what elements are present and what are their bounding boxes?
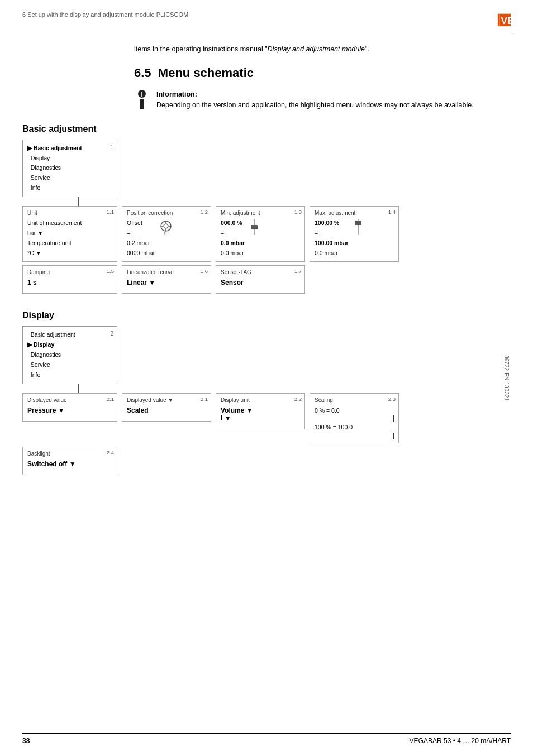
section-title: 6.5 Menu schematic [134,66,511,80]
dmenu-item-service: Service [27,360,112,370]
displayed-value-val: Pressure ▼ [27,406,112,414]
displayed-value-scaled-box: 2.1 Displayed value ▼ Scaled [122,393,211,422]
section-heading: 6.5 Menu schematic [134,66,511,80]
unit-box: 1.1 Unit Unit of measurement bar ▼ Tempe… [22,206,117,262]
max-adj-eq: = [315,228,349,238]
svg-text:i: i [141,92,143,98]
footer-product: VEGABAR 53 • 4 … 20 mA/HART [410,737,511,745]
max-slider-icon [353,219,363,235]
unit-temp-label: Temperature unit [27,238,112,248]
scaling-box: 2.3 Scaling 0 % = 0.0 100 % = 100.0 [310,393,399,444]
menu-item-basic: ▶ Basic adjustment [27,143,112,154]
dmenu-item-info: Info [27,370,112,380]
scaling-bar2 [342,433,394,439]
side-label: 36722-EN-130321 [504,355,510,401]
displayed-value-scaled: Scaled [127,406,206,414]
max-adj-sub: 0.0 mbar [315,248,349,259]
header: 6 Set up with the display and adjustment… [22,11,511,35]
display-unit-volume: Volume ▼ [221,406,300,414]
vega-logo: VEGA [466,11,511,31]
offset-eq: = [127,228,155,238]
footer-page: 38 [22,737,30,745]
intro-text-italic: Display and adjustment module [268,45,365,53]
dmenu-item-basic: Basic adjustment [27,330,112,340]
info-icon: i [134,89,150,111]
min-adj-pct: 000.0 % [221,218,245,228]
dmenu-item-diagnostics: Diagnostics [27,350,112,360]
intro-text-after: ". [365,45,369,53]
basic-adjustment-section: Basic adjustment 1 ▶ Basic adjustment Di… [22,124,511,294]
svg-marker-2 [498,14,500,26]
connector-v2 [78,384,79,393]
max-adj-mbar: 100.00 mbar [315,238,349,248]
damping-value: 1 s [27,279,112,286]
basic-menu-box: 1 ▶ Basic adjustment Display Diagnostics… [22,140,117,197]
offset-val: 0.2 mbar [127,238,155,248]
offset-mbar: 0000 mbar [127,248,155,259]
max-adj-pct: 100.00 % [315,218,349,228]
dmenu-item-display: ▶ Display [27,340,112,350]
intro-text-before: items in the operating instructions manu… [134,45,268,53]
svg-rect-14 [251,225,258,229]
svg-rect-16 [355,221,361,225]
min-adj-sub: 0.0 mbar [221,248,245,259]
menu-item-diagnostics: Diagnostics [27,163,112,173]
backlight-value: Switched off ▼ [27,460,112,468]
scaling-min: 0 % = 0.0 [315,405,394,416]
display-label: Display [22,310,511,320]
damping-box: 1.5 Damping 1 s [22,265,117,294]
backlight-box: 2.4 Backlight Switched off ▼ [22,447,117,475]
calibration-icon: ↑P [159,219,173,235]
unit-measurement-label: Unit of measurement [27,218,112,228]
offset-label: Offset [127,218,155,228]
position-correction-box: 1.2 Position correction Offset = 0.2 mba… [122,206,211,262]
scaling-bar1 [342,415,394,422]
page-container: 6 Set up with the display and adjustment… [0,0,533,756]
svg-text:↑P: ↑P [164,231,169,235]
display-section: Display 2 Basic adjustment ▶ Display Dia… [22,310,511,475]
header-text: 6 Set up with the display and adjustment… [22,11,188,18]
linearization-value: Linear ▼ [127,279,206,286]
display-unit-i: I ▼ [221,414,300,422]
intro-text: items in the operating instructions manu… [134,44,447,55]
menu-item-info: Info [27,183,112,193]
sensor-tag-value: Sensor [221,279,300,286]
svg-point-7 [164,224,168,228]
scaling-max: 100 % = 100.0 [315,422,394,433]
linearization-box: 1.6 Linearization curve Linear ▼ [122,265,211,294]
menu-item-display: Display [27,154,112,164]
display-menu-box: 2 Basic adjustment ▶ Display Diagnostics… [22,326,117,384]
info-text: Depending on the version and application… [156,101,474,109]
min-adjustment-box: 1.3 Min. adjustment 000.0 % = 0.0 mbar 0… [216,206,305,262]
min-adj-eq: = [221,228,245,238]
connector-v1 [78,197,79,206]
menu-item-service: Service [27,173,112,183]
max-adjustment-box: 1.4 Max. adjustment 100.00 % = 100.00 mb… [310,206,399,262]
svg-rect-5 [140,99,144,109]
basic-adjustment-label: Basic adjustment [22,124,511,134]
footer: 38 VEGABAR 53 • 4 … 20 mA/HART [22,733,511,745]
unit-bar: bar ▼ [27,228,112,238]
info-box: i Information: Depending on the version … [134,89,511,111]
sensor-tag-box: 1.7 Sensor-TAG Sensor [216,265,305,294]
info-label: Information: [156,90,197,98]
svg-text:VEGA: VEGA [501,15,511,26]
min-adj-mbar: 0.0 mbar [221,238,245,248]
displayed-value-box: 2.1 Displayed value Pressure ▼ [22,393,117,422]
display-unit-box: 2.2 Display unit Volume ▼ I ▼ [216,393,305,429]
unit-celsius: °C ▼ [27,248,112,259]
min-slider-icon [249,219,259,235]
info-content: Information: Depending on the version an… [156,89,474,111]
